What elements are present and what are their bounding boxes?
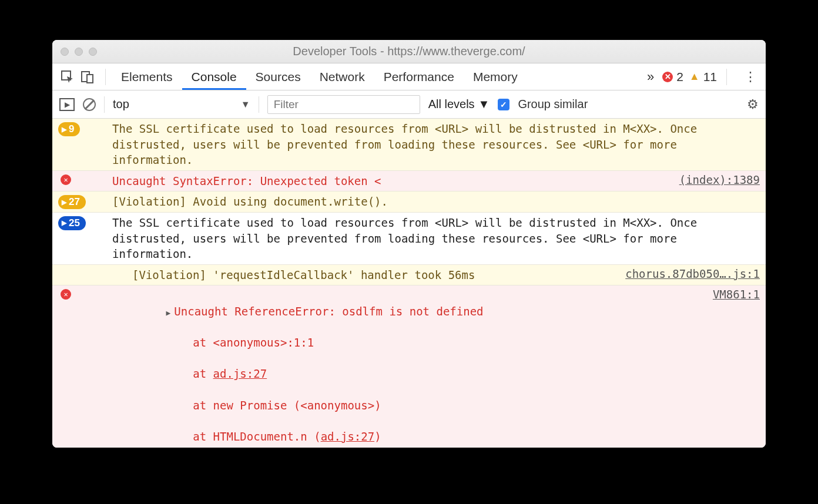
separator: [726, 69, 727, 85]
log-row[interactable]: ▶25 The SSL certificate used to load res…: [52, 213, 766, 265]
count: 25: [69, 217, 80, 229]
context-label: top: [113, 98, 129, 111]
error-count[interactable]: 2: [676, 70, 683, 84]
titlebar: Developer Tools - https://www.theverge.c…: [52, 40, 766, 63]
expand-icon: ▶: [62, 126, 66, 133]
devtools-window: Developer Tools - https://www.theverge.c…: [52, 40, 766, 448]
separator: [104, 96, 105, 113]
traffic-lights: [61, 48, 97, 56]
tab-console[interactable]: Console: [182, 64, 246, 90]
log-message: Uncaught SyntaxError: Unexpected token <: [112, 173, 665, 189]
tab-performance[interactable]: Performance: [374, 64, 464, 90]
error-badge-icon[interactable]: ✕: [662, 72, 673, 82]
panel-tabbar: Elements Console Sources Network Perform…: [52, 63, 766, 90]
stack-frame: at: [193, 367, 213, 380]
tab-sources[interactable]: Sources: [246, 64, 310, 90]
device-toolbar-icon[interactable]: [79, 69, 96, 85]
tab-network[interactable]: Network: [310, 64, 374, 90]
error-icon: ✕: [61, 174, 71, 185]
settings-gear-icon[interactable]: ⚙: [747, 97, 759, 112]
execution-context-select[interactable]: top ▼: [113, 98, 250, 111]
log-row[interactable]: ✕ ▶Uncaught ReferenceError: osdlfm is no…: [52, 285, 766, 448]
filter-input[interactable]: [267, 95, 420, 114]
inspect-element-icon[interactable]: [59, 69, 76, 85]
chevron-down-icon: ▼: [241, 99, 250, 110]
zoom-window-button[interactable]: [89, 48, 97, 56]
warning-count[interactable]: 11: [703, 70, 717, 84]
more-tabs-icon[interactable]: »: [647, 69, 654, 85]
console-log[interactable]: ▶9 The SSL certificate used to load reso…: [52, 119, 766, 448]
clear-console-icon[interactable]: [83, 98, 96, 111]
count: 27: [69, 196, 80, 208]
log-row[interactable]: ✕ Uncaught SyntaxError: Unexpected token…: [52, 171, 766, 192]
console-toolbar: ▶ top ▼ All levels ▼ ✓ Group similar ⚙: [52, 90, 766, 119]
tab-elements[interactable]: Elements: [112, 64, 182, 90]
group-count-pill[interactable]: ▶27: [58, 195, 86, 209]
log-message: The SSL certificate used to load resourc…: [112, 215, 760, 262]
log-message: [Violation] Avoid using document.write()…: [112, 194, 760, 210]
log-row[interactable]: ▶9 The SSL certificate used to load reso…: [52, 119, 766, 171]
stack-frame: at HTMLDocument.n (: [193, 430, 320, 443]
log-levels-select[interactable]: All levels ▼: [428, 98, 490, 111]
source-link[interactable]: (index):1389: [679, 173, 760, 186]
toggle-sidebar-icon[interactable]: ▶: [59, 98, 75, 111]
stack-frame: at new Promise (<anonymous>): [193, 399, 381, 412]
tab-memory[interactable]: Memory: [464, 64, 527, 90]
close-window-button[interactable]: [61, 48, 69, 56]
stack-link[interactable]: ad.js:27: [321, 430, 375, 443]
log-message: ▶Uncaught ReferenceError: osdlfm is not …: [112, 288, 699, 448]
log-row[interactable]: [Violation] 'requestIdleCallback' handle…: [52, 265, 766, 286]
log-message: The SSL certificate used to load resourc…: [112, 121, 760, 168]
error-icon: ✕: [61, 289, 71, 300]
group-similar-label: Group similar: [518, 98, 588, 111]
log-row[interactable]: ▶27 [Violation] Avoid using document.wri…: [52, 191, 766, 213]
expand-icon: ▶: [62, 199, 66, 206]
stack-frame: ): [374, 430, 381, 443]
group-similar-checkbox[interactable]: ✓: [498, 99, 509, 110]
minimize-window-button[interactable]: [75, 48, 83, 56]
expand-icon: ▶: [62, 219, 66, 227]
log-message: [Violation] 'requestIdleCallback' handle…: [112, 267, 611, 283]
stack-frame: at <anonymous>:1:1: [193, 336, 314, 349]
source-link[interactable]: chorus.87db050….js:1: [625, 267, 760, 280]
levels-label: All levels: [428, 98, 475, 111]
error-text: Uncaught ReferenceError: osdlfm is not d…: [174, 305, 483, 318]
warning-badge-icon[interactable]: ▲: [689, 70, 700, 83]
tabbar-right: » ✕ 2 ▲ 11 ⋮: [642, 69, 759, 85]
expand-icon[interactable]: ▶: [166, 308, 171, 318]
chevron-down-icon: ▼: [478, 98, 490, 111]
svg-rect-2: [87, 75, 93, 83]
group-count-pill[interactable]: ▶25: [58, 216, 86, 230]
count: 9: [69, 123, 74, 135]
separator: [259, 96, 259, 113]
separator: [105, 69, 106, 85]
group-count-pill[interactable]: ▶9: [58, 122, 80, 136]
source-link[interactable]: VM861:1: [713, 288, 760, 301]
stack-link[interactable]: ad.js:27: [213, 367, 267, 380]
window-title: Developer Tools - https://www.theverge.c…: [52, 45, 766, 58]
kebab-menu-icon[interactable]: ⋮: [742, 69, 759, 85]
